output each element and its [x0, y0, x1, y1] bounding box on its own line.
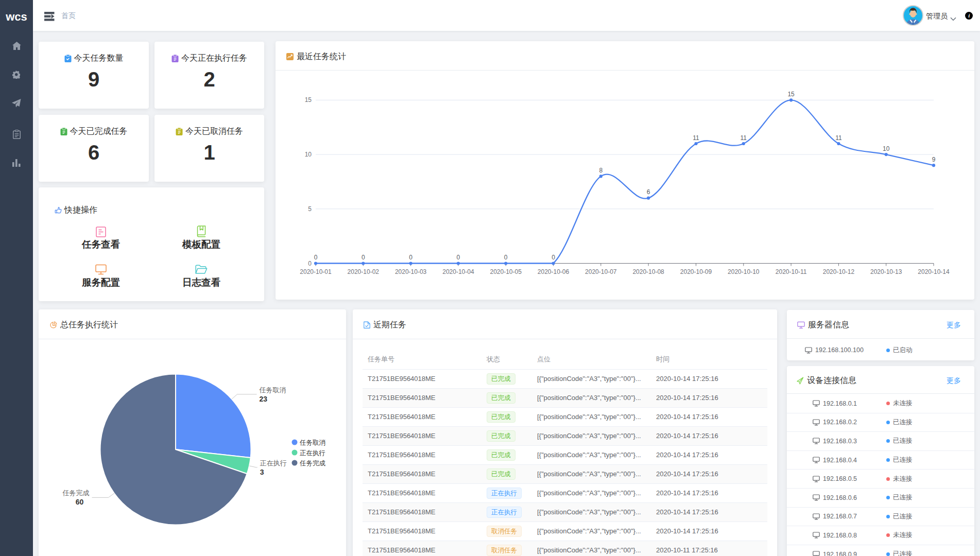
svg-text:2020-10-11: 2020-10-11	[776, 268, 807, 275]
svg-text:8: 8	[599, 167, 603, 174]
svg-text:11: 11	[835, 134, 842, 142]
svg-text:0: 0	[362, 254, 365, 261]
svg-text:2020-10-10: 2020-10-10	[728, 268, 760, 275]
svg-text:2020-10-13: 2020-10-13	[870, 268, 902, 275]
svg-text:2020-10-06: 2020-10-06	[538, 268, 570, 275]
svg-text:2020-10-08: 2020-10-08	[632, 268, 664, 275]
svg-text:9: 9	[932, 156, 936, 163]
svg-text:2020-10-12: 2020-10-12	[823, 268, 855, 275]
svg-text:任务取消: 任务取消	[299, 439, 325, 446]
svg-text:任务完成: 任务完成	[62, 489, 90, 497]
svg-text:10: 10	[883, 145, 890, 152]
svg-text:任务完成: 任务完成	[299, 460, 326, 467]
svg-text:0: 0	[308, 260, 312, 267]
svg-text:60: 60	[76, 498, 84, 506]
svg-text:正在执行: 正在执行	[260, 459, 287, 467]
svg-text:2020-10-05: 2020-10-05	[490, 268, 522, 275]
svg-text:0: 0	[457, 254, 460, 261]
svg-text:11: 11	[693, 134, 699, 142]
svg-text:11: 11	[741, 134, 747, 142]
svg-text:2020-10-09: 2020-10-09	[680, 268, 712, 275]
svg-text:0: 0	[314, 254, 318, 261]
svg-text:2020-10-07: 2020-10-07	[585, 268, 617, 275]
svg-text:0: 0	[409, 254, 412, 261]
svg-text:23: 23	[260, 395, 268, 403]
svg-text:2020-10-14: 2020-10-14	[918, 268, 950, 275]
svg-text:15: 15	[305, 96, 312, 103]
svg-text:正在执行: 正在执行	[300, 449, 325, 457]
svg-text:2020-10-02: 2020-10-02	[348, 268, 380, 275]
svg-text:3: 3	[260, 468, 264, 476]
svg-text:0: 0	[552, 254, 555, 261]
svg-text:0: 0	[504, 254, 508, 261]
svg-text:6: 6	[647, 188, 650, 196]
svg-text:15: 15	[787, 91, 795, 98]
svg-text:任务取消: 任务取消	[259, 386, 286, 394]
svg-text:5: 5	[308, 205, 312, 213]
svg-text:2020-10-04: 2020-10-04	[442, 268, 474, 275]
svg-text:2020-10-01: 2020-10-01	[300, 268, 332, 275]
svg-text:10: 10	[305, 151, 312, 158]
svg-text:2020-10-03: 2020-10-03	[395, 268, 427, 275]
